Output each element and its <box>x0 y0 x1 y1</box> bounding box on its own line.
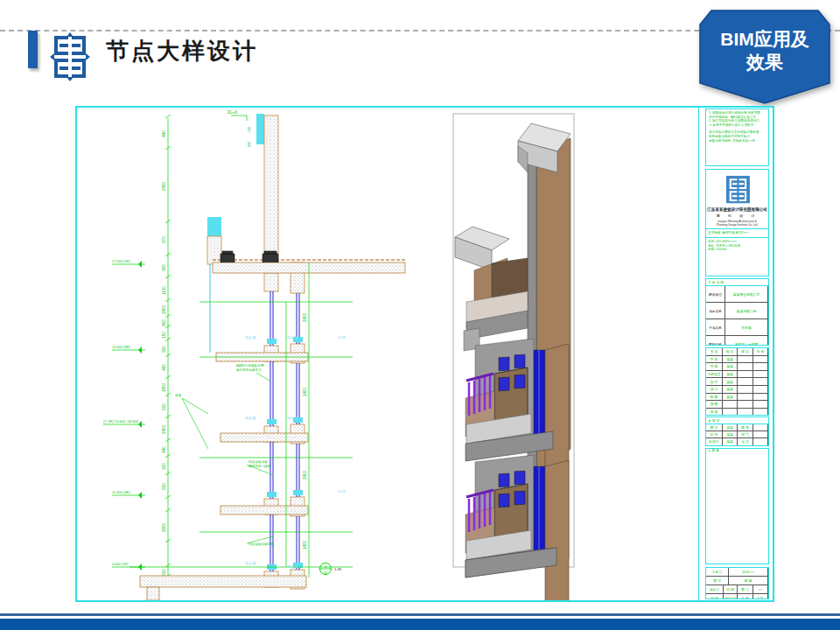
ribbon-line2: 效果 <box>696 51 834 74</box>
page-title: 节点大样设计 <box>106 36 258 66</box>
company-subtitle: 建 筑 设 计 <box>706 214 768 218</box>
svg-text:2400: 2400 <box>303 470 307 480</box>
svg-text:440: 440 <box>162 130 166 137</box>
svg-text:6J08: 6J08 <box>338 335 346 340</box>
svg-text:440: 440 <box>162 446 166 453</box>
elevation-markers: 17.200 (9F) 14.400 (8F) (7~9F) 15.600~18… <box>103 259 145 570</box>
svg-text:DL+0: DL+0 <box>228 110 237 115</box>
titleblock: 1. 本图纸著作权归本院所有,未经书面 许可不得复制、翻印或转让第三方。 2. … <box>704 108 772 600</box>
svg-text:17.200 (9F): 17.200 (9F) <box>112 259 130 263</box>
svg-text:组合窗: 组合窗 <box>245 335 256 340</box>
header-accent-bar <box>28 31 38 68</box>
svg-text:组合窗: 组合窗 <box>245 561 256 566</box>
footer-bar <box>0 619 840 630</box>
svg-text:做法详见墙身节点: 做法详见墙身节点 <box>236 368 262 372</box>
svg-text:600: 600 <box>162 569 166 576</box>
ribbon-label: BIM应用及 效果 <box>696 28 834 74</box>
svg-text:150: 150 <box>162 332 166 339</box>
window-sills <box>267 337 303 570</box>
titleblock-notes: 1. 本图纸著作权归本院所有,未经书面 许可不得复制、翻印或转让第三方。 2. … <box>705 108 769 166</box>
titleblock-signatures: 专 业 姓 名 签 名 日 期 审 定某某 审 核某某 工种负责某某 校 对某某… <box>705 347 769 416</box>
svg-text:2900: 2900 <box>162 522 166 532</box>
insulation-cyan-left <box>207 217 221 236</box>
svg-text:(7~9F) 15.600~18.600: (7~9F) 15.600~18.600 <box>103 419 139 424</box>
svg-text:900: 900 <box>162 264 166 271</box>
cad-drawing-area: 440 2420 870 900 1100 2400 400 150 900 4… <box>77 108 700 600</box>
drawing-sheet: 440 2420 870 900 1100 2400 400 150 900 4… <box>75 106 774 602</box>
svg-text:1:25: 1:25 <box>334 567 342 571</box>
titleblock-stamp-area: 出 图 章 <box>705 448 769 564</box>
insulation-cyan <box>256 114 264 144</box>
cad-section-view: 440 2420 870 900 1100 2400 400 150 900 4… <box>103 110 405 600</box>
bim-3d-view <box>453 114 574 600</box>
svg-text:2400: 2400 <box>162 304 166 314</box>
svg-text:2400: 2400 <box>162 424 166 434</box>
svg-text:1800: 1800 <box>162 382 166 392</box>
svg-text:600: 600 <box>162 403 166 410</box>
titleblock-project: 工 程 名 称 建设单位 某某置业有限公司 项目名称 某某花园二期 子项名称 住… <box>705 278 769 346</box>
svg-text:400: 400 <box>162 319 166 326</box>
titleblock-bottom-rows: 工程号2013-×× 图 别建 施 项目号12.08 图 号×× 日 期2014… <box>705 567 769 599</box>
svg-text:型材详见门窗表: 型材详见门窗表 <box>248 464 271 468</box>
ribbon-line1: BIM应用及 <box>696 28 834 51</box>
titleblock-brand: 江苏某某建筑设计研究院有限公司 建 筑 设 计 Jiangsu Weitang … <box>705 169 769 276</box>
svg-text:900: 900 <box>162 346 166 353</box>
svg-text:870: 870 <box>162 236 166 243</box>
svg-text:1400: 1400 <box>303 540 307 550</box>
svg-text:2420: 2420 <box>162 181 166 191</box>
dimension-labels-left: 440 2420 870 900 1100 2400 400 150 900 4… <box>162 130 166 576</box>
svg-text:保温: 保温 <box>175 394 182 397</box>
wall-column-right <box>290 262 304 589</box>
titleblock-divider <box>698 108 699 600</box>
detail-bubble: 4 25 1:25 <box>320 564 342 575</box>
svg-text:0.000 (1F): 0.000 (1F) <box>112 562 129 566</box>
company-name-en: Jiangsu Weitang Architectural & Planning… <box>706 220 768 227</box>
svg-text:1100: 1100 <box>162 286 166 295</box>
svg-text:1400: 1400 <box>303 387 307 396</box>
cert-line: 证书等级: 建筑甲级 A132××× <box>706 231 768 235</box>
cad-notes: A级防火保温板20厚做法详见墙身节点 铝合金组合窗型材详见门窗表 铝合金组合窗详… <box>175 363 274 546</box>
titleblock-countersign: 会 签 栏 建 筑某某暖 通 结 构某某电 气 给排水某某动 力 工 艺总 图 <box>705 416 769 446</box>
svg-text:14.400 (8F): 14.400 (8F) <box>112 345 130 349</box>
svg-text:组合窗: 组合窗 <box>245 416 256 421</box>
wall-main-spandrels <box>264 273 278 587</box>
company-name-cn: 江苏某某建筑设计研究院有限公司 <box>706 207 768 212</box>
company-logo-icon <box>50 32 90 81</box>
svg-text:100: 100 <box>247 126 251 132</box>
wall-main <box>264 116 278 262</box>
svg-text:460: 460 <box>162 364 166 371</box>
titleblock-logo-icon <box>706 175 769 205</box>
svg-text:11.400 (4F): 11.400 (4F) <box>112 490 130 494</box>
svg-text:900: 900 <box>162 463 166 470</box>
svg-text:6J08: 6J08 <box>338 489 346 494</box>
svg-text:25: 25 <box>324 570 328 575</box>
svg-text:A级防火保温板20厚: A级防火保温板20厚 <box>236 363 264 368</box>
svg-text:600: 600 <box>162 483 166 490</box>
svg-text:400: 400 <box>247 141 251 147</box>
presentation-slide: 节点大样设计 BIM应用及 效果 <box>0 0 840 630</box>
svg-text:4: 4 <box>325 564 327 569</box>
svg-text:铝合金组合窗: 铝合金组合窗 <box>248 459 268 464</box>
svg-text:2400: 2400 <box>303 312 307 322</box>
parapet-label: DL+0 100 400 <box>228 110 251 147</box>
footer-thin-line <box>0 613 840 616</box>
